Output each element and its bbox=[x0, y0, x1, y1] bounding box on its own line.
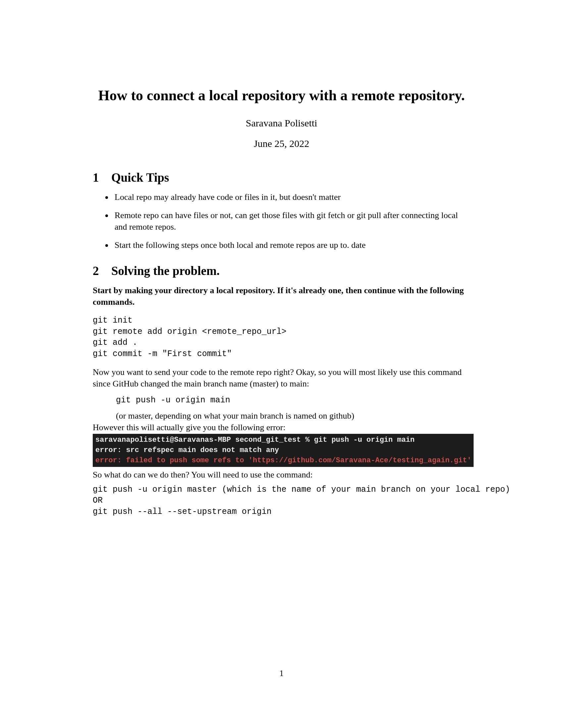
terminal-error-line: error: failed to push some refs to 'http… bbox=[95, 456, 471, 465]
document-author: Saravana Polisetti bbox=[93, 117, 470, 129]
tips-list: Local repo may already have code or file… bbox=[99, 191, 470, 251]
terminal-output: saravanapolisetti@Saravanas-MBP second_g… bbox=[93, 434, 474, 467]
intro-paragraph: Start by making your directory a local r… bbox=[93, 285, 470, 308]
list-item: Start the following steps once both loca… bbox=[113, 239, 470, 251]
document-page: How to connect a local repository with a… bbox=[0, 0, 563, 728]
push-note: (or master, depending on what your main … bbox=[116, 411, 470, 421]
list-item: Remote repo can have files or not, can g… bbox=[113, 209, 470, 233]
paragraph: However this will actually give you the … bbox=[93, 422, 470, 433]
section-2-number: 2 bbox=[93, 264, 111, 278]
section-1-heading: 1Quick Tips bbox=[93, 170, 470, 185]
terminal-line: saravanapolisetti@Saravanas-MBP second_g… bbox=[95, 436, 415, 444]
section-1-title: Quick Tips bbox=[111, 171, 169, 184]
list-item: Local repo may already have code or file… bbox=[113, 191, 470, 203]
section-1-number: 1 bbox=[93, 170, 111, 185]
section-2-title: Solving the problem. bbox=[111, 264, 219, 278]
document-title: How to connect a local repository with a… bbox=[93, 86, 470, 105]
code-push-command: git push -u origin main bbox=[116, 395, 470, 405]
paragraph: So what do can we do then? You will need… bbox=[93, 469, 470, 480]
code-block-init: git init git remote add origin <remote_r… bbox=[93, 315, 470, 360]
code-block-push-alt: git push -u origin master (which is the … bbox=[93, 484, 470, 518]
document-date: June 25, 2022 bbox=[93, 138, 470, 149]
section-2-heading: 2Solving the problem. bbox=[93, 264, 470, 278]
page-number: 1 bbox=[0, 668, 563, 678]
terminal-line: error: src refspec main does not match a… bbox=[95, 446, 279, 454]
paragraph: Now you want to send your code to the re… bbox=[93, 366, 470, 389]
